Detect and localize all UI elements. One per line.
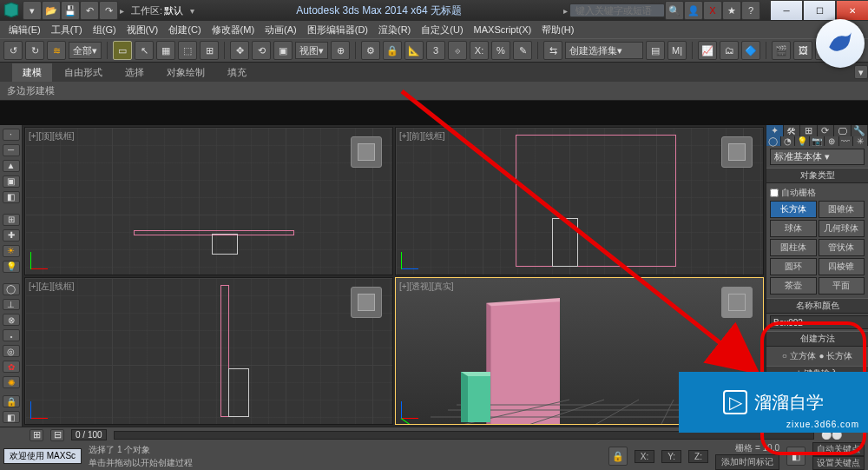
autokey-button[interactable]: 自动关键点	[812, 442, 865, 456]
help-icon[interactable]: ?	[741, 1, 760, 20]
menu-rendering[interactable]: 渲染(R)	[373, 23, 416, 36]
prim-pyramid-button[interactable]: 四棱锥	[819, 258, 865, 275]
render-frame-icon[interactable]: 🖼	[793, 41, 812, 60]
exchange-icon[interactable]: X	[703, 1, 722, 20]
prim-torus-button[interactable]: 圆环	[770, 258, 817, 275]
prim-sphere-button[interactable]: 球体	[770, 220, 817, 237]
tab-selection[interactable]: 选择	[115, 63, 155, 82]
curve-editor-icon[interactable]: 📈	[698, 41, 717, 60]
select-icon[interactable]: ▭	[113, 41, 132, 60]
angle-snap-icon[interactable]: 📐	[404, 41, 424, 60]
object-name-input[interactable]	[770, 315, 868, 329]
tab-modeling[interactable]: 建模	[12, 63, 52, 82]
quick-new-icon[interactable]: ▾	[23, 1, 42, 20]
cmdtab-utilities-icon[interactable]: 🔧	[852, 125, 869, 136]
coord-y[interactable]: Y:	[661, 450, 681, 463]
spinner-snap-icon[interactable]: ⟐	[448, 41, 467, 60]
prim-geosphere-button[interactable]: 几何球体	[819, 220, 865, 237]
close-button[interactable]: ✕	[837, 1, 868, 20]
layers-icon[interactable]: M|	[667, 41, 687, 60]
rollout-objecttype[interactable]: 对象类型	[766, 168, 868, 183]
search-icon[interactable]: 🔍	[665, 1, 684, 20]
time-config-icon[interactable]: ⊞	[30, 429, 43, 441]
quick-redo-icon[interactable]: ↷	[99, 1, 118, 20]
menu-help[interactable]: 帮助(H)	[536, 23, 579, 36]
prim-cone-button[interactable]: 圆锥体	[819, 201, 865, 218]
select-link-icon[interactable]: ↺	[3, 41, 23, 60]
viewcube-icon[interactable]	[351, 287, 382, 318]
face-icon[interactable]: ▲	[3, 160, 20, 172]
star-icon[interactable]: ★	[722, 1, 741, 20]
named-selset-combo[interactable]: 创建选择集 ▾	[565, 42, 643, 59]
tab-populate[interactable]: 填充	[217, 63, 257, 82]
app-logo-icon[interactable]	[3, 2, 20, 19]
prim-box-button[interactable]: 长方体	[770, 201, 817, 218]
menu-view[interactable]: 视图(V)	[122, 23, 164, 36]
ribbon-subpanel-label[interactable]: 多边形建模	[7, 84, 55, 97]
quick-open-icon[interactable]: 📂	[42, 1, 61, 20]
bind-icon[interactable]: ≋	[47, 41, 66, 60]
menu-modifiers[interactable]: 修改器(M)	[207, 23, 260, 36]
coord-x[interactable]: X:	[635, 450, 654, 463]
cat-geometry-icon[interactable]: ◯	[766, 136, 781, 146]
time-config2-icon[interactable]: ⊟	[50, 429, 64, 441]
coord-z[interactable]: Z:	[688, 450, 708, 463]
prim-plane-button[interactable]: 平面	[819, 277, 865, 295]
align-icon[interactable]: ▤	[646, 41, 665, 60]
snap-pct-icon[interactable]: %	[491, 41, 510, 60]
category-combo[interactable]: 标准基本体 ▾	[770, 149, 865, 165]
element-icon[interactable]: ◧	[3, 191, 20, 203]
cat-space-icon[interactable]: 〰	[839, 136, 854, 146]
arrow-icon[interactable]: ▾	[190, 6, 194, 16]
burst-icon[interactable]: ✺	[3, 376, 20, 388]
menu-grapheditors[interactable]: 图形编辑器(D)	[302, 23, 373, 36]
signin-icon[interactable]: 👤	[684, 1, 703, 20]
quick-undo-icon[interactable]: ↶	[80, 1, 99, 20]
prim-teapot-button[interactable]: 茶壶	[770, 277, 817, 295]
helper-icon[interactable]: ⊗	[3, 314, 20, 326]
cat-helpers-icon[interactable]: ⊕	[825, 136, 839, 146]
lock-icon[interactable]: 🔒	[608, 447, 628, 466]
pct-snap-icon[interactable]: 3	[426, 41, 445, 60]
viewport-front-label[interactable]: [+][前][线框]	[399, 130, 445, 142]
schematic-icon[interactable]: 🗂	[720, 41, 739, 60]
mirror-icon[interactable]: ⇆	[543, 41, 562, 60]
ribbon-min-icon[interactable]: ▾	[854, 65, 868, 79]
maximize-button[interactable]: ☐	[804, 1, 835, 20]
torus-icon[interactable]: ◎	[3, 345, 20, 357]
sphere-icon[interactable]: ◯	[3, 283, 20, 295]
viewport-front[interactable]: [+][前][线框]	[395, 127, 764, 275]
poly-icon[interactable]: ▣	[3, 175, 20, 188]
edge-icon[interactable]: ─	[3, 144, 20, 156]
snap-x-icon[interactable]: X:	[470, 41, 489, 60]
viewport-left-label[interactable]: [+][左][线框]	[29, 281, 75, 293]
rotate-icon[interactable]: ⟲	[252, 41, 271, 60]
method-cube-radio[interactable]: ○ 立方体	[782, 350, 816, 362]
cat-shapes-icon[interactable]: ◔	[781, 136, 796, 146]
unknown-icon[interactable]: ◧	[3, 411, 20, 423]
move-icon[interactable]: ✥	[230, 41, 249, 60]
bulb-icon[interactable]: 💡	[3, 261, 20, 273]
leaf-icon[interactable]: ✿	[3, 361, 20, 373]
cat-systems-icon[interactable]: ✳	[853, 136, 868, 146]
isolate-icon[interactable]: ◧	[786, 447, 806, 466]
constrain-icon[interactable]: ⊞	[3, 214, 20, 226]
menu-customize[interactable]: 自定义(U)	[416, 23, 468, 36]
material-editor-icon[interactable]: 🔷	[741, 41, 760, 60]
squash-icon[interactable]: ⬩	[3, 329, 20, 341]
refcoord-combo[interactable]: 视图 ▾	[295, 42, 328, 59]
light-icon[interactable]: ☀	[3, 245, 20, 257]
cmdtab-create-icon[interactable]: ✦	[766, 125, 784, 136]
menu-create[interactable]: 创建(C)	[163, 23, 206, 36]
scale-icon[interactable]: ▣	[273, 41, 293, 60]
pivot-icon[interactable]: ⊕	[331, 41, 350, 60]
tab-freeform[interactable]: 自由形式	[54, 63, 113, 82]
cat-lights-icon[interactable]: 💡	[795, 136, 810, 146]
help-search-input[interactable]	[569, 3, 665, 17]
editor-icon[interactable]: ✎	[513, 41, 532, 60]
select-rect-icon[interactable]: ⬚	[178, 41, 197, 60]
quick-save-icon[interactable]: 💾	[61, 1, 80, 20]
window-crossing-icon[interactable]: ⊞	[200, 41, 219, 60]
manipulate-icon[interactable]: ⚙	[361, 41, 380, 60]
viewcube-icon[interactable]	[351, 136, 382, 168]
